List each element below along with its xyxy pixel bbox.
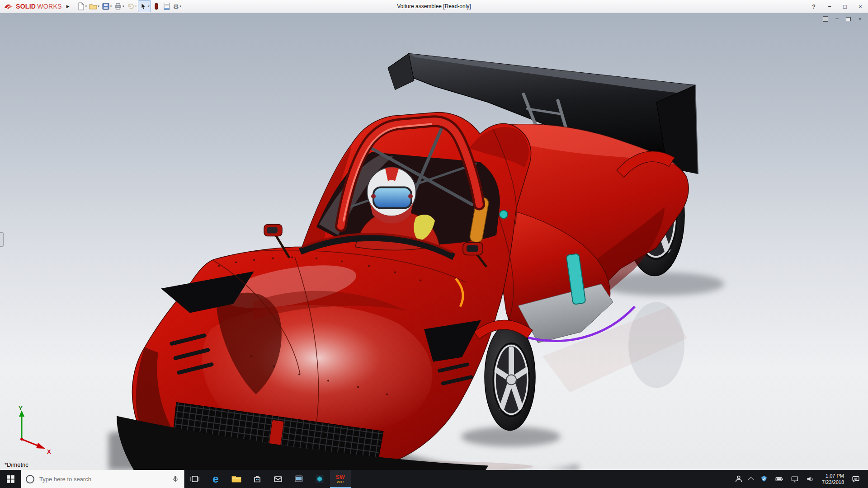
doc-restore-button[interactable]: [846, 17, 851, 21]
print-icon: [114, 2, 122, 10]
search-input[interactable]: [38, 475, 167, 483]
open-folder-icon: [89, 2, 97, 10]
save-icon: [102, 2, 110, 10]
taskbar-app-window[interactable]: [288, 470, 309, 488]
tray-date: 7/23/2018: [822, 479, 844, 485]
taskbar: e: [0, 470, 868, 488]
mail-icon: [273, 474, 283, 484]
cockpit-detail-teal: [500, 211, 508, 219]
dropdown-icon[interactable]: ▾: [98, 5, 99, 8]
sheet-properties-button[interactable]: [162, 1, 172, 12]
gear-icon: ⚙: [173, 3, 179, 10]
tray-clock[interactable]: 1:07 PM 7/23/2018: [818, 473, 848, 485]
dropdown-icon[interactable]: ▾: [179, 5, 181, 8]
dropdown-icon[interactable]: ▾: [110, 5, 112, 8]
open-button[interactable]: ▾: [88, 1, 100, 12]
screen: SOLIDWORKS ▶ ▾ ▾: [0, 0, 868, 488]
tray-overflow-button[interactable]: [747, 470, 756, 488]
battery-button[interactable]: [772, 470, 787, 488]
undo-icon: [127, 2, 135, 10]
maximize-button[interactable]: □: [837, 0, 853, 13]
minimize-button[interactable]: −: [822, 0, 837, 13]
system-tray: 1:07 PM 7/23/2018: [731, 470, 868, 488]
new-document-button[interactable]: ▾: [76, 1, 88, 12]
speaker-icon: [806, 475, 815, 483]
network-button[interactable]: [788, 470, 802, 488]
chevron-up-icon: [748, 477, 754, 483]
sheet-icon: [163, 2, 171, 10]
orientation-triad: Y X: [7, 405, 57, 455]
document-window-controls: − ×: [823, 16, 862, 22]
people-button[interactable]: [731, 470, 746, 488]
security-shield-button[interactable]: [757, 470, 771, 488]
print-button[interactable]: ▾: [113, 1, 125, 12]
red-capsule-icon: [152, 2, 160, 10]
taskbar-search[interactable]: [21, 470, 184, 488]
app-window-icon: [294, 474, 304, 484]
taskbar-app-3d[interactable]: [309, 470, 330, 488]
options-button[interactable]: ⚙ ▾: [172, 1, 182, 12]
shield-icon: [760, 475, 768, 483]
save-button[interactable]: ▾: [101, 1, 113, 12]
select-tool-button[interactable]: ▾: [138, 0, 151, 12]
dropdown-icon[interactable]: ▾: [85, 5, 87, 8]
select-arrow-icon: [139, 2, 147, 10]
dropdown-icon[interactable]: ▾: [135, 5, 137, 8]
window-controls: ? − □ ×: [806, 0, 868, 13]
titlebar: SOLIDWORKS ▶ ▾ ▾: [0, 0, 868, 13]
action-center-icon: [851, 475, 860, 483]
app-3d-cube-icon: [315, 474, 325, 484]
solidworks-2017-icon: SW 2017: [336, 474, 345, 483]
volume-button[interactable]: [803, 470, 817, 488]
windows-logo-icon: [7, 475, 14, 483]
battery-icon: [774, 475, 784, 483]
doc-minimize-button[interactable]: −: [835, 16, 839, 22]
taskbar-app-solidworks[interactable]: SW 2017: [330, 470, 351, 488]
edge-icon: e: [212, 474, 218, 484]
taskbar-app-store[interactable]: [247, 470, 268, 488]
model-canvas[interactable]: [0, 13, 868, 470]
doc-pin-icon[interactable]: [823, 16, 828, 22]
front-wheel[interactable]: [485, 324, 535, 431]
task-view-icon: [190, 474, 200, 484]
axis-y-label: Y: [19, 405, 23, 412]
view-orientation-label: *Dimetric: [5, 461, 28, 468]
tray-time: 1:07 PM: [826, 473, 844, 479]
menu-expander-icon[interactable]: ▶: [65, 4, 73, 9]
axis-x-label: X: [47, 448, 51, 455]
dropdown-icon[interactable]: ▾: [148, 5, 150, 8]
solidworks-logo[interactable]: SOLIDWORKS: [0, 3, 65, 10]
document-color-button[interactable]: [151, 1, 161, 12]
taskbar-app-edge[interactable]: e: [205, 470, 226, 488]
new-document-icon: [77, 2, 85, 10]
brand-works: WORKS: [37, 3, 61, 10]
start-button[interactable]: [0, 470, 21, 488]
help-button[interactable]: ?: [806, 3, 822, 10]
taskbar-app-file-explorer[interactable]: [226, 470, 247, 488]
quick-access-toolbar: ▾ ▾ ▾: [73, 0, 182, 12]
task-view-button[interactable]: [184, 470, 205, 488]
doc-close-button[interactable]: ×: [858, 16, 862, 22]
action-center-button[interactable]: [849, 470, 863, 488]
dropdown-icon[interactable]: ▾: [123, 5, 124, 8]
ds-swirl-icon: [4, 3, 14, 10]
store-icon: [252, 474, 262, 484]
file-explorer-icon: [231, 474, 242, 484]
cortana-icon: [26, 475, 34, 483]
driver-helmet[interactable]: [367, 167, 416, 223]
network-icon: [790, 475, 799, 483]
taskbar-app-mail[interactable]: [268, 470, 288, 488]
undo-button[interactable]: ▾: [126, 1, 138, 12]
close-button[interactable]: ×: [853, 0, 868, 13]
graphics-viewport[interactable]: − ×: [0, 13, 868, 470]
brand-solid: SOLID: [16, 3, 36, 10]
people-icon: [734, 474, 743, 483]
microphone-icon[interactable]: [171, 475, 179, 483]
